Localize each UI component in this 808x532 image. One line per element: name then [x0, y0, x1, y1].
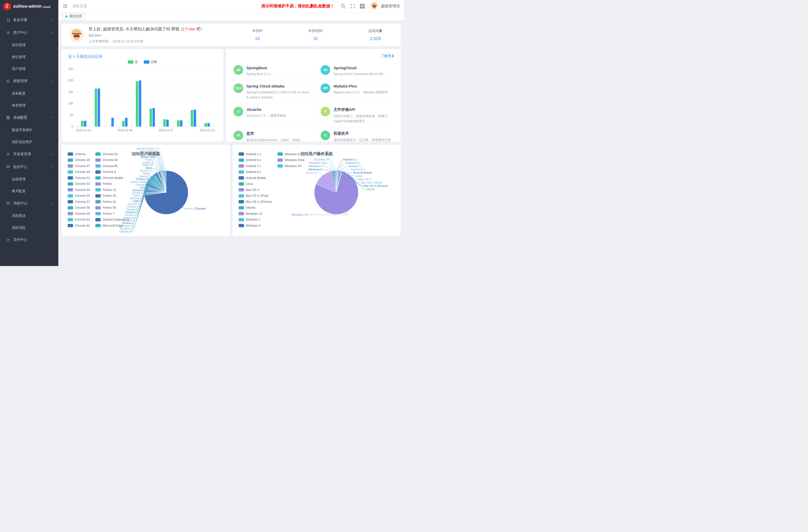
legend-item[interactable]: Windows XP [277, 164, 304, 168]
collapse-sidebar-icon[interactable] [62, 3, 68, 9]
legend-item[interactable]: Chrome 65 [95, 164, 129, 168]
greeting-text: 早上好, 超级管理员, 今天帮别人解决问题了吗 帮我 [89, 27, 181, 31]
legend-item[interactable]: Firefox 42 [95, 188, 129, 191]
svg-text:0: 0 [72, 125, 73, 128]
legend-item[interactable]: Chrome 51 [68, 176, 90, 180]
tabs-bar: 系统主页 [58, 12, 404, 21]
legend-item[interactable]: Chrome 63 [95, 152, 129, 156]
app-logo[interactable]: Z zuihou-admin cloud [0, 0, 58, 13]
legend-item[interactable]: Chrome 64 [95, 159, 129, 162]
sidebar-subitem[interactable]: 岗位管理 [0, 51, 58, 63]
legend-item[interactable]: Chrome 61 [68, 218, 90, 221]
sidebar-subitem[interactable]: 菜单配置 [0, 88, 58, 99]
legend-item[interactable]: Mac OS X (iPad) [239, 194, 272, 198]
legend-item[interactable]: Chrome 62 [68, 224, 90, 227]
legend-item[interactable]: Android 1.x [239, 152, 272, 156]
sidebar-item-3[interactable]: 基础配置 [0, 111, 58, 124]
sidebar-subitem[interactable]: 用户管理 [0, 63, 58, 75]
sidebar-subitem[interactable]: 账号配置 [0, 185, 58, 197]
legend-item[interactable]: Chrome 53 [68, 182, 90, 186]
legend-item[interactable]: Chrome 54 [68, 188, 90, 191]
svg-text:150: 150 [68, 90, 73, 94]
legend-marker [239, 164, 244, 168]
sidebar-subitem[interactable]: 组织管理 [0, 39, 58, 51]
svg-text:Firefox 42: Firefox 42 [140, 169, 151, 172]
legend-label: Firefox [103, 182, 112, 186]
legend-item[interactable]: Chrome 8 [95, 170, 129, 174]
search-icon[interactable] [341, 3, 346, 8]
legend-item[interactable]: Chrome [68, 152, 90, 156]
sidebar-subitem[interactable]: 角色管理 [0, 99, 58, 111]
sidebar-item-5[interactable]: 短信中心 [0, 161, 58, 173]
legend-item[interactable]: Firefox 56 [95, 206, 129, 209]
legend-item[interactable]: Android Mobile [239, 176, 272, 180]
sidebar-item-7[interactable]: 文件中心 [0, 234, 58, 246]
sidebar-subitem[interactable]: 数据字典维护 [0, 124, 58, 136]
legend-item[interactable]: Ubuntu [239, 206, 272, 209]
legend-item[interactable]: Windows 10 [239, 212, 272, 215]
svg-text:Safari 11: Safari 11 [133, 194, 144, 197]
learn-more-link[interactable]: 了解更多 [381, 54, 394, 58]
legend-item[interactable]: Firefox 7 [95, 212, 129, 215]
legend-item[interactable]: Internet Explorer 11 [95, 218, 129, 221]
avatar-illustration [69, 27, 84, 42]
legend-item[interactable]: Chrome 26 [68, 159, 90, 162]
legend-item[interactable]: Firefox 45 [95, 194, 129, 198]
legend-item[interactable]: Windows 8.1 [277, 152, 304, 156]
legend-item[interactable]: Windows 8 [239, 224, 272, 227]
legend-label: Chrome [75, 152, 86, 156]
chevron-up-icon [51, 202, 54, 205]
legend-label: Chrome 51 [75, 176, 90, 180]
tab-home[interactable]: 系统主页 [62, 13, 86, 20]
user-avatar[interactable] [370, 2, 379, 11]
svg-text:Chrome Mobile: Chrome Mobile [131, 181, 148, 183]
sidebar-item-4[interactable]: 开发者管理 [0, 148, 58, 161]
svg-text:Android 6.x: Android 6.x [345, 161, 360, 164]
legend-column: Android 1.xAndroid 6.xAndroid 7.xAndroid… [239, 152, 272, 230]
legend-item[interactable]: Chrome 59 [68, 212, 90, 215]
sidebar-subitem[interactable]: 消息推送 [0, 210, 58, 222]
sidebar-item-1[interactable]: 用户中心 [0, 26, 58, 39]
legend-item[interactable]: Chrome 55 [68, 194, 90, 198]
legend-item[interactable]: Chrome 49 [68, 170, 90, 174]
legend-label: Windows 8.1 [284, 152, 302, 156]
svg-text:Mac OS X: Mac OS X [358, 178, 371, 181]
browsers-pie-legend: ChromeChrome 26Chrome 47Chrome 49Chrome … [68, 152, 129, 230]
legend-item[interactable]: Android 6.x [239, 159, 272, 162]
legend-item[interactable]: Windows 7 [239, 218, 272, 221]
username[interactable]: 超级管理员 [381, 4, 400, 8]
legend-label: Chrome 8 [103, 170, 116, 174]
legend-item[interactable]: Chrome 57 [68, 200, 90, 203]
sidebar-subitem[interactable]: 我的消息 [0, 222, 58, 234]
legend-marker [68, 170, 73, 174]
legend-item[interactable]: Android 7.x [239, 164, 272, 168]
legend-item[interactable]: Chrome 58 [68, 206, 90, 209]
sidebar-group: 文件中心 [0, 234, 58, 246]
feature-badge: C [320, 131, 330, 140]
sidebar-subitem[interactable]: 短信管理 [0, 173, 58, 185]
fullscreen-icon[interactable] [350, 3, 355, 8]
legend-item[interactable]: Firefox 51 [95, 200, 129, 203]
legend-item[interactable]: Chrome Mobile [95, 176, 129, 180]
legend-item[interactable]: Mac OS X (iPhone) [239, 200, 272, 203]
legend-item[interactable]: Chrome 47 [68, 164, 90, 168]
sidebar-item-6[interactable]: 消息中心 [0, 197, 58, 210]
bar-legend-item[interactable]: 您 [128, 60, 138, 64]
legend-item[interactable]: Mac OS X [239, 188, 272, 191]
legend-item[interactable]: Microsoft Edge [95, 224, 129, 227]
sidebar-item-2[interactable]: 权限管理 [0, 75, 58, 88]
legend-marker [95, 200, 101, 203]
star-link[interactable]: 点个star [181, 27, 196, 31]
legend-item[interactable]: Android 8.x [239, 170, 272, 174]
svg-text:Chrome 8: Chrome 8 [136, 183, 147, 186]
breadcrumb[interactable]: 系统主页 [72, 4, 87, 8]
legend-marker [95, 182, 101, 186]
legend-item[interactable]: Linux [239, 182, 272, 186]
sidebar-subitem[interactable]: 地区信息维护 [0, 136, 58, 148]
bar-legend-item[interactable]: 总数 [144, 60, 157, 64]
legend-marker [68, 152, 73, 156]
font-size-icon[interactable]: A [360, 4, 365, 8]
legend-item[interactable]: Windows Vista [277, 159, 304, 162]
sidebar-item-0[interactable]: 务必详看 [0, 14, 58, 26]
legend-item[interactable]: Firefox [95, 182, 129, 186]
